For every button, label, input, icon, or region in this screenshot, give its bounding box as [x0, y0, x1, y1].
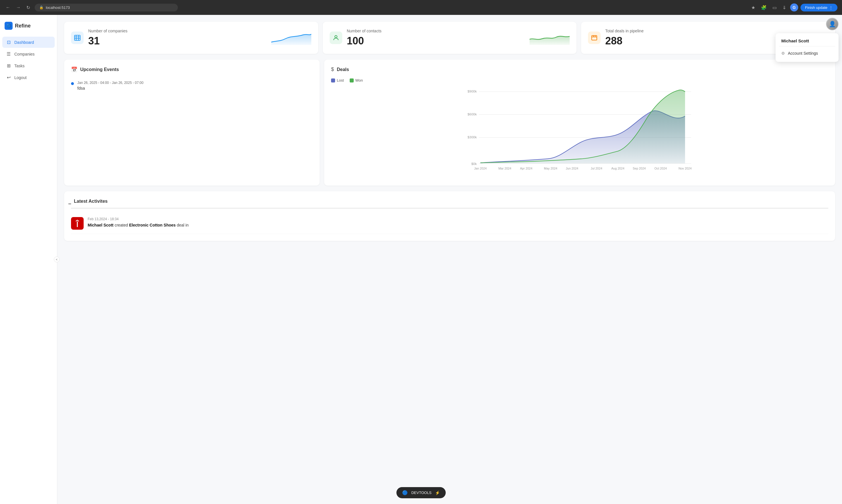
companies-icon: ☰	[6, 51, 12, 57]
dollar-icon: $	[331, 67, 334, 72]
app-container: 🔵 Refine ⊡ Dashboard ☰ Companies ⊞ Tasks…	[0, 15, 842, 504]
lost-legend-dot	[331, 78, 335, 83]
gear-icon: ⚙	[781, 51, 785, 56]
event-dot	[71, 82, 74, 85]
finish-update-button[interactable]: Finish update ⋮	[801, 4, 838, 12]
app-name: Refine	[15, 23, 31, 29]
svg-text:Jun 2024: Jun 2024	[566, 167, 578, 170]
devtools-bar[interactable]: 🔵 DEVTOOLS ⚡	[396, 487, 446, 498]
lost-legend-label: Lost	[337, 78, 344, 83]
deals-chart-header: $ Deals	[331, 67, 828, 72]
svg-rect-0	[74, 35, 80, 40]
deals-chart-panel: $ Deals Lost Won	[324, 59, 835, 185]
event-item: Jan 26, 2025 - 04:00 - Jan 26, 2025 - 07…	[71, 78, 313, 93]
tasks-icon: ⊞	[6, 63, 12, 69]
svg-text:$300k: $300k	[468, 135, 477, 139]
upcoming-events-panel: 📅 Upcoming Events Jan 26, 2025 - 04:00 -…	[64, 59, 320, 185]
deals-chart-svg: $900k $600k $300k $0k	[331, 87, 828, 179]
activities-title: Latest Activites	[74, 199, 108, 204]
user-dropdown-menu: Michael Scott ⚙ Account Settings	[775, 33, 839, 62]
main-content: Number of companies 31	[57, 15, 842, 504]
won-legend-label: Won	[355, 78, 363, 83]
deals-stat-value: 288	[605, 35, 784, 47]
sidebar-item-logout[interactable]: ↩ Logout	[2, 72, 55, 83]
deals-stat-icon	[588, 32, 601, 44]
svg-rect-22	[77, 222, 78, 227]
svg-text:$600k: $600k	[468, 112, 477, 116]
logo-letter: 🔵	[6, 23, 11, 28]
user-avatar-area: 👤	[826, 18, 839, 30]
sidebar-toggle-button[interactable]: <	[54, 256, 59, 262]
user-avatar[interactable]: 👤	[826, 18, 839, 30]
reload-button[interactable]: ↻	[25, 4, 31, 12]
svg-text:Oct 2024: Oct 2024	[655, 167, 667, 170]
svg-text:Mar 2024: Mar 2024	[498, 167, 511, 170]
calendar-icon: 📅	[71, 67, 77, 73]
finish-update-menu-icon: ⋮	[829, 5, 833, 10]
dashboard-icon: ⊡	[6, 39, 12, 45]
event-date: Jan 26, 2025 - 04:00 - Jan 26, 2025 - 07…	[77, 81, 143, 85]
sidebar-item-dashboard-label: Dashboard	[14, 40, 34, 45]
dropdown-user-name: Michael Scott	[779, 37, 835, 47]
sidebar-item-logout-label: Logout	[14, 75, 26, 80]
bookmark-star-button[interactable]: ★	[750, 4, 757, 12]
svg-text:Jul 2024: Jul 2024	[591, 167, 602, 170]
deals-stat-info: Total deals in pipeline 288	[605, 29, 784, 47]
legend-lost: Lost	[331, 78, 344, 83]
svg-text:Aug 2024: Aug 2024	[611, 167, 625, 170]
forward-button[interactable]: →	[15, 4, 22, 11]
extension-puzzle-button[interactable]: 🧩	[759, 4, 768, 12]
refine-logo-icon: 🔵	[4, 22, 13, 30]
cast-button[interactable]: ▭	[771, 4, 778, 12]
svg-text:Sep 2024: Sep 2024	[633, 167, 646, 170]
companies-mini-chart	[271, 31, 311, 45]
deals-chart-title: Deals	[337, 67, 349, 72]
deals-stat-label: Total deals in pipeline	[605, 29, 784, 33]
url-text: localhost:5173	[46, 5, 70, 10]
events-title: Upcoming Events	[80, 67, 119, 72]
lock-icon: 🔒	[39, 5, 43, 10]
browser-actions: ★ 🧩 ▭ ⇓ G Finish update ⋮	[750, 3, 838, 12]
tesla-logo-container	[71, 217, 84, 230]
sidebar-item-tasks[interactable]: ⊞ Tasks	[2, 60, 55, 71]
activity-author: Michael Scott	[88, 223, 113, 227]
chevron-left-icon: <	[56, 258, 57, 261]
sidebar-item-dashboard[interactable]: ⊡ Dashboard	[2, 37, 55, 48]
activity-date: Feb 13,2024 - 18:34	[88, 217, 828, 221]
back-button[interactable]: ←	[4, 4, 12, 11]
sidebar-item-tasks-label: Tasks	[14, 64, 25, 68]
activity-text-area: Feb 13,2024 - 18:34 Michael Scott create…	[88, 217, 828, 228]
svg-text:$0k: $0k	[471, 162, 477, 165]
account-settings-item[interactable]: ⚙ Account Settings	[779, 48, 835, 58]
events-panel-header: 📅 Upcoming Events	[71, 67, 313, 73]
devtools-lightning-icon: ⚡	[435, 490, 440, 495]
activity-description: Michael Scott created Electronic Cotton …	[88, 222, 828, 228]
events-list: Jan 26, 2025 - 04:00 - Jan 26, 2025 - 07…	[71, 78, 313, 93]
address-bar[interactable]: 🔒 localhost:5173	[35, 4, 178, 12]
google-account-avatar[interactable]: G	[790, 3, 798, 12]
svg-marker-21	[76, 220, 79, 221]
two-col-section: 📅 Upcoming Events Jan 26, 2025 - 04:00 -…	[64, 59, 835, 185]
sidebar: 🔵 Refine ⊡ Dashboard ☰ Companies ⊞ Tasks…	[0, 15, 57, 504]
download-button[interactable]: ⇓	[781, 4, 788, 12]
stat-card-companies: Number of companies 31	[64, 22, 318, 54]
svg-text:Apr 2024: Apr 2024	[520, 167, 533, 170]
svg-text:$900k: $900k	[468, 89, 477, 93]
companies-stat-icon	[71, 32, 84, 44]
legend-won: Won	[350, 78, 363, 83]
contacts-stat-icon	[330, 32, 342, 44]
stat-card-contacts: Number of contacts 100	[323, 22, 577, 54]
companies-stat-label: Number of companies	[88, 29, 267, 33]
activity-item: Feb 13,2024 - 18:34 Michael Scott create…	[71, 213, 828, 234]
svg-point-1	[335, 36, 337, 38]
svg-rect-2	[592, 36, 597, 40]
sidebar-item-companies[interactable]: ☰ Companies	[2, 48, 55, 59]
deals-chart-container: $900k $600k $300k $0k	[331, 87, 828, 179]
activities-header: ̲ Latest Activites	[71, 198, 828, 209]
sidebar-item-companies-label: Companies	[14, 52, 35, 56]
devtools-logo-icon: 🔵	[402, 490, 408, 496]
activity-deal-name: Electronic Cotton Shoes	[129, 223, 176, 227]
won-legend-dot	[350, 78, 354, 83]
stats-grid: Number of companies 31	[64, 22, 835, 54]
sidebar-logo: 🔵 Refine	[0, 19, 57, 37]
